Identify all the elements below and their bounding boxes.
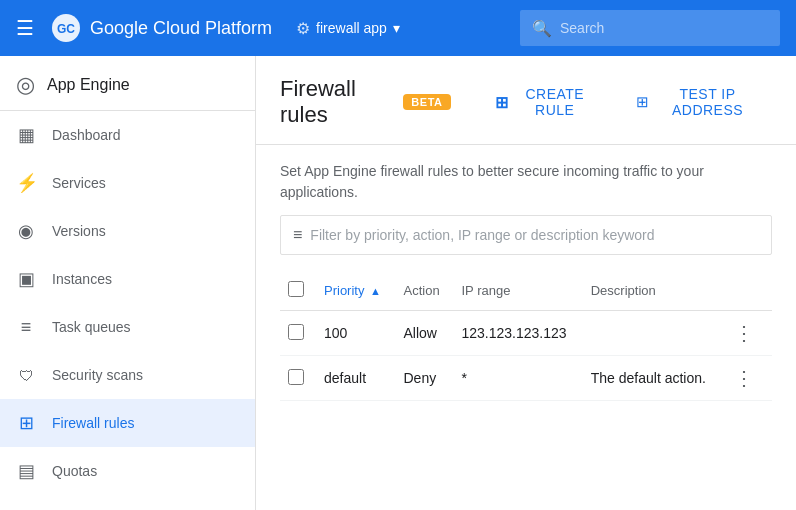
priority-label: Priority (324, 283, 364, 298)
row1-description (583, 311, 723, 356)
topbar-search-bar[interactable]: 🔍 (520, 10, 780, 46)
topbar-logo-text: Google Cloud Platform (90, 18, 272, 39)
firewall-rules-table: Priority ▲ Action IP range Description (280, 271, 772, 401)
row2-checkbox[interactable] (288, 369, 304, 385)
header-checkbox-col (280, 271, 316, 311)
sidebar-item-label-firewall-rules: Firewall rules (52, 415, 134, 431)
topbar-project-name: firewall app (316, 20, 387, 36)
table-header-row: Priority ▲ Action IP range Description (280, 271, 772, 311)
create-rule-label: CREATE RULE (514, 86, 596, 118)
sidebar-header-title: App Engine (47, 76, 130, 94)
services-icon: ⚡ (16, 172, 36, 194)
menu-icon[interactable]: ☰ (16, 16, 34, 40)
row2-more-menu-button[interactable]: ⋮ (730, 363, 758, 393)
description-area: Set App Engine firewall rules to better … (256, 145, 796, 215)
topbar-project-dropdown-icon: ▾ (393, 20, 400, 36)
sidebar-item-label-versions: Versions (52, 223, 106, 239)
select-all-checkbox[interactable] (288, 281, 304, 297)
firewall-rules-icon: ⊞ (16, 412, 36, 434)
page-title: Firewall rules (280, 76, 387, 128)
search-icon: 🔍 (532, 19, 552, 38)
table-row: 100 Allow 123.123.123.123 ⋮ (280, 311, 772, 356)
topbar-logo: GC Google Cloud Platform (50, 12, 272, 44)
sidebar-item-dashboard[interactable]: ▦ Dashboard (0, 111, 255, 159)
topbar-project-selector[interactable]: ⚙ firewall app ▾ (296, 19, 400, 38)
sidebar-item-label-security-scans: Security scans (52, 367, 143, 383)
description-text: Set App Engine firewall rules to better … (280, 161, 772, 203)
beta-badge: BETA (403, 94, 450, 110)
row1-ip-range: 123.123.123.123 (453, 311, 582, 356)
sidebar-item-instances[interactable]: ▣ Instances (0, 255, 255, 303)
create-rule-button[interactable]: ⊞ CREATE RULE (483, 80, 608, 124)
main-content: Firewall rules BETA ⊞ CREATE RULE ⊞ TEST… (256, 56, 796, 510)
page-header: Firewall rules BETA ⊞ CREATE RULE ⊞ TEST… (256, 56, 796, 145)
sidebar-item-label-services: Services (52, 175, 106, 191)
header-action: Action (396, 271, 454, 311)
row2-action: Deny (396, 356, 454, 401)
sidebar-item-task-queues[interactable]: ≡ Task queues (0, 303, 255, 351)
row1-action: Allow (396, 311, 454, 356)
layout: ◎ App Engine ▦ Dashboard ⚡ Services ◉ Ve… (0, 56, 796, 510)
header-priority[interactable]: Priority ▲ (316, 271, 396, 311)
filter-bar: ≡ (280, 215, 772, 255)
row2-priority: default (316, 356, 396, 401)
sidebar-item-label-instances: Instances (52, 271, 112, 287)
table-container: Priority ▲ Action IP range Description (256, 271, 796, 401)
sort-ascending-icon: ▲ (370, 285, 381, 297)
dashboard-icon: ▦ (16, 124, 36, 146)
sidebar-item-versions[interactable]: ◉ Versions (0, 207, 255, 255)
row2-ip-range: * (453, 356, 582, 401)
sidebar-item-label-quotas: Quotas (52, 463, 97, 479)
row1-more-menu-button[interactable]: ⋮ (730, 318, 758, 348)
row1-checkbox[interactable] (288, 324, 304, 340)
app-engine-icon: ◎ (16, 72, 35, 98)
test-ip-button[interactable]: ⊞ TEST IP ADDRESS (624, 80, 772, 124)
security-scans-icon: 🛡 (16, 367, 36, 384)
search-input[interactable] (560, 20, 768, 36)
header-actions-col (722, 271, 772, 311)
test-ip-label: TEST IP ADDRESS (655, 86, 760, 118)
sidebar-item-firewall-rules[interactable]: ⊞ Firewall rules (0, 399, 255, 447)
task-queues-icon: ≡ (16, 317, 36, 338)
row2-menu-cell: ⋮ (722, 356, 772, 401)
sidebar-item-services[interactable]: ⚡ Services (0, 159, 255, 207)
row2-checkbox-cell (280, 356, 316, 401)
topbar: ☰ GC Google Cloud Platform ⚙ firewall ap… (0, 0, 796, 56)
filter-icon: ≡ (293, 226, 302, 244)
sidebar: ◎ App Engine ▦ Dashboard ⚡ Services ◉ Ve… (0, 56, 256, 510)
table-row: default Deny * The default action. ⋮ (280, 356, 772, 401)
quotas-icon: ▤ (16, 460, 36, 482)
row1-priority: 100 (316, 311, 396, 356)
versions-icon: ◉ (16, 220, 36, 242)
sidebar-item-security-scans[interactable]: 🛡 Security scans (0, 351, 255, 399)
google-cloud-logo-icon: GC (50, 12, 82, 44)
header-description: Description (583, 271, 723, 311)
row2-description: The default action. (583, 356, 723, 401)
header-ip-range: IP range (453, 271, 582, 311)
sidebar-item-quotas[interactable]: ▤ Quotas (0, 447, 255, 495)
filter-input[interactable] (310, 227, 759, 243)
row1-menu-cell: ⋮ (722, 311, 772, 356)
test-ip-icon: ⊞ (636, 93, 650, 111)
sidebar-item-label-task-queues: Task queues (52, 319, 131, 335)
row1-checkbox-cell (280, 311, 316, 356)
instances-icon: ▣ (16, 268, 36, 290)
svg-text:GC: GC (57, 22, 75, 36)
sidebar-header: ◎ App Engine (0, 56, 255, 111)
sidebar-item-label-dashboard: Dashboard (52, 127, 121, 143)
create-rule-plus-icon: ⊞ (495, 93, 509, 112)
